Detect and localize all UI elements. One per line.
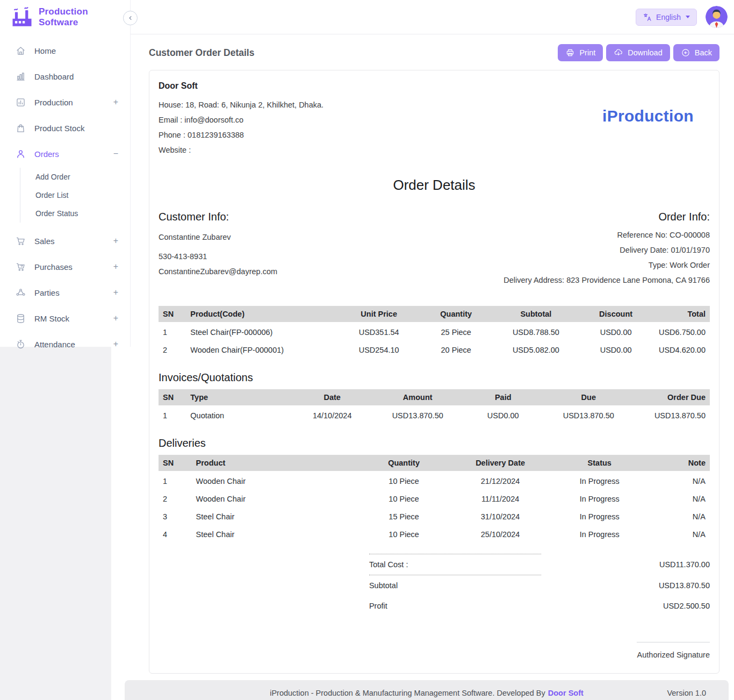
- table-cell: In Progress: [550, 489, 649, 506]
- user-avatar[interactable]: [706, 6, 728, 28]
- table-cell: 1: [159, 322, 186, 340]
- parties-icon: [15, 287, 26, 298]
- table-cell: 25/10/2024: [451, 524, 550, 542]
- column-header: Type: [186, 389, 291, 405]
- column-header: Date: [291, 389, 373, 405]
- table-cell: USD0.00: [577, 322, 654, 340]
- table-cell: USD13.870.50: [373, 405, 462, 423]
- table-cell: 31/10/2024: [451, 506, 550, 524]
- table-row: 4 Steel Chair 10 Piece 25/10/2024 In Pro…: [159, 524, 710, 542]
- sidebar-item-dashboard[interactable]: Dashboard: [0, 63, 130, 89]
- expand-plus-icon[interactable]: +: [113, 339, 118, 349]
- topbar: English: [111, 0, 734, 34]
- main-area: English Customer Order Details Print: [111, 0, 734, 700]
- signature-label: Authorized Signature: [159, 651, 710, 659]
- column-header: Note: [649, 455, 710, 471]
- invoices-heading: Invoices/Quotations: [159, 372, 710, 384]
- table-cell: USD8.788.50: [494, 322, 577, 340]
- table-cell: 2: [159, 489, 192, 506]
- sidebar-item-rm-stock[interactable]: RM Stock +: [0, 305, 130, 331]
- table-cell: In Progress: [550, 471, 649, 489]
- expand-plus-icon[interactable]: +: [113, 236, 118, 246]
- sidebar-item-home[interactable]: Home: [0, 38, 130, 63]
- language-selector[interactable]: English: [636, 9, 697, 26]
- sidebar-item-label: Purchases: [34, 262, 113, 272]
- table-cell: 4: [159, 524, 192, 542]
- column-header: Quantity: [418, 306, 495, 322]
- expand-plus-icon[interactable]: +: [113, 262, 118, 272]
- column-header: Status: [550, 455, 649, 471]
- sidebar-item-label: RM Stock: [34, 314, 113, 323]
- table-cell: In Progress: [550, 524, 649, 542]
- customer-phone: 530-413-8931: [159, 249, 277, 264]
- subtotal-value: USD13.870.50: [541, 581, 710, 590]
- attendance-icon: [15, 339, 26, 350]
- translate-icon: [643, 12, 652, 22]
- sidebar-item-production[interactable]: Production +: [0, 89, 130, 115]
- signature-block: Authorized Signature: [159, 642, 710, 659]
- table-cell: Quotation: [186, 405, 291, 423]
- orders-submenu: Add Order Order List Order Status: [20, 168, 130, 223]
- app-logo[interactable]: Production Software: [0, 0, 130, 28]
- profit-row: Profit USD2.500.50: [159, 596, 710, 616]
- customer-info-heading: Customer Info:: [159, 211, 277, 223]
- column-header: Subtotal: [494, 306, 577, 322]
- order-info-row: Customer Info: Constantine Zubarev 530-4…: [159, 211, 710, 288]
- signature-line: [637, 642, 710, 642]
- table-cell: N/A: [649, 506, 710, 524]
- sidebar-item-label: Dashboard: [34, 72, 118, 81]
- company-email: Email : info@doorsoft.co: [159, 112, 323, 127]
- footer-brand-link[interactable]: Door Soft: [548, 689, 584, 697]
- column-header: Due: [544, 389, 632, 405]
- sidebar-item-order-list[interactable]: Order List: [20, 186, 130, 204]
- table-row: 2 Wooden Chair 10 Piece 11/11/2024 In Pr…: [159, 489, 710, 506]
- page-content: Customer Order Details Print Download: [111, 34, 734, 674]
- avatar-image: [706, 6, 728, 28]
- orders-icon: [15, 148, 26, 160]
- sidebar-item-label: Orders: [34, 149, 113, 159]
- column-header: Quantity: [357, 455, 450, 471]
- company-info: Door Soft House: 18, Road: 6, Nikunja 2,…: [159, 81, 323, 158]
- deliveries-table: SN Product Quantity Delivery Date Status…: [159, 455, 710, 542]
- footer-text: iProduction - Production & Manufacturing…: [270, 689, 545, 697]
- table-cell: Steel Chair: [192, 524, 357, 542]
- expand-plus-icon[interactable]: +: [113, 97, 118, 107]
- sidebar-item-label: Sales: [34, 237, 113, 246]
- sidebar-item-order-status[interactable]: Order Status: [20, 204, 130, 223]
- sidebar-item-product-stock[interactable]: Product Stock: [0, 115, 130, 141]
- sidebar-item-sales[interactable]: Sales +: [0, 228, 130, 254]
- download-button[interactable]: Download: [606, 44, 670, 61]
- sidebar-item-label: Product Stock: [34, 124, 118, 133]
- back-button[interactable]: Back: [673, 44, 719, 61]
- sidebar-item-orders[interactable]: Orders −: [0, 141, 130, 167]
- company-phone: Phone : 0181239163388: [159, 127, 323, 142]
- sidebar-item-parties[interactable]: Parties +: [0, 280, 130, 305]
- sidebar-item-add-order[interactable]: Add Order: [20, 168, 130, 186]
- sidebar-item-attendance[interactable]: Attendance +: [0, 331, 130, 357]
- table-cell: 14/10/2024: [291, 405, 373, 423]
- table-header-row: SN Type Date Amount Paid Due Order Due: [159, 389, 710, 405]
- order-delivery-address: Delivery Address: 823 Providence Lane Po…: [503, 273, 710, 288]
- collapse-minus-icon[interactable]: −: [113, 149, 118, 159]
- expand-plus-icon[interactable]: +: [113, 288, 118, 297]
- expand-plus-icon[interactable]: +: [113, 313, 118, 323]
- print-button[interactable]: Print: [558, 44, 603, 61]
- table-cell: 10 Piece: [357, 471, 450, 489]
- table-cell: Steel Chair(FP-000006): [186, 322, 340, 340]
- product-stock-icon: [15, 123, 26, 134]
- order-delivery-date: Delivery Date: 01/01/1970: [503, 242, 710, 258]
- printer-icon: [565, 48, 575, 58]
- table-cell: Wooden Chair(FP-000001): [186, 340, 340, 358]
- sidebar-item-label: Production: [34, 98, 113, 107]
- column-header: SN: [159, 306, 186, 322]
- column-header: Order Due: [632, 389, 710, 405]
- table-cell: USD254.10: [340, 340, 418, 358]
- profit-value: USD2.500.50: [541, 602, 710, 610]
- table-cell: USD13.870.50: [632, 405, 710, 423]
- table-cell: 11/11/2024: [451, 489, 550, 506]
- sidebar-collapse-button[interactable]: [123, 11, 138, 25]
- sidebar-item-purchases[interactable]: Purchases +: [0, 254, 130, 280]
- customer-email: ConstantineZubarev@dayrep.com: [159, 264, 277, 279]
- deliveries-heading: Deliveries: [159, 437, 710, 449]
- table-cell: 15 Piece: [357, 506, 450, 524]
